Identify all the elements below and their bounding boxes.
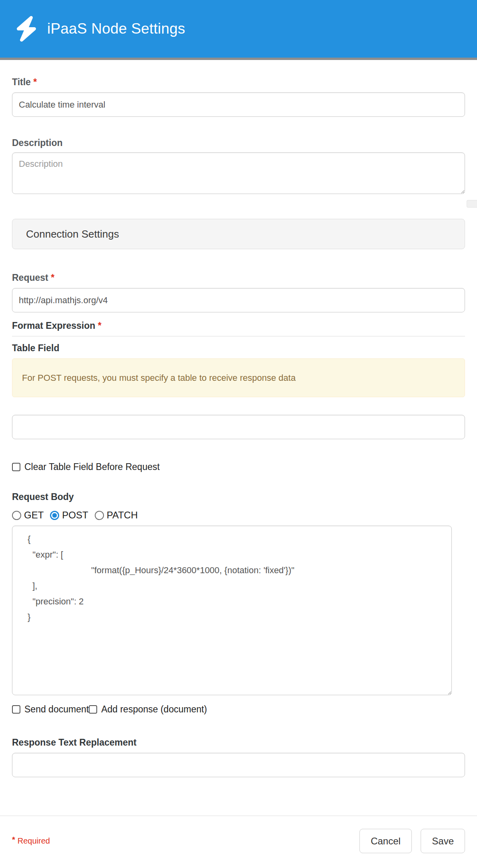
title-label: Title * [12,77,465,88]
description-textarea[interactable] [12,152,465,194]
save-button[interactable]: Save [421,829,465,853]
send-document-label[interactable]: Send document [24,704,89,715]
document-options-row: Send document Add response (document) [12,704,465,715]
request-body-textarea[interactable]: { "expr": [ "format({p_Hours}/24*3600*10… [12,526,452,695]
dialog-header: iPaaS Node Settings [0,0,477,60]
description-label: Description [12,138,465,148]
method-post-label[interactable]: POST [62,510,88,521]
lightning-bolt-icon [15,14,38,44]
required-note: *Required [12,836,50,846]
http-method-radio-group: GET POST PATCH [12,510,465,521]
response-text-replacement-input[interactable] [12,753,465,777]
dialog-title: iPaaS Node Settings [47,20,185,37]
add-response-label[interactable]: Add response (document) [101,704,207,715]
required-asterisk: * [51,272,54,283]
format-expression-divider [12,336,465,336]
method-radio[interactable] [12,511,21,520]
cancel-button[interactable]: Cancel [359,829,412,853]
clear-table-field-label[interactable]: Clear Table Field Before Request [24,462,160,472]
request-label: Request * [12,272,465,283]
request-body-label: Request Body [12,492,465,502]
required-asterisk: * [33,77,37,87]
connection-settings-section-header: Connection Settings [12,219,465,249]
response-text-replacement-label: Response Text Replacement [12,737,465,748]
table-field-alert: For POST requests, you must specify a ta… [12,358,465,397]
footer-actions: Cancel Save [359,829,465,853]
clear-table-field-checkbox[interactable] [12,463,20,471]
method-radio[interactable] [50,511,59,520]
required-asterisk: * [98,320,102,331]
dialog-footer: *Required Cancel Save [0,816,477,853]
clear-table-field-row: Clear Table Field Before Request [12,462,465,472]
method-radio[interactable] [95,511,104,520]
format-expression-label: Format Expression * [12,320,465,331]
add-response-checkbox[interactable] [89,705,97,714]
settings-form: Title * Description Connection Settings … [0,77,477,777]
send-document-checkbox[interactable] [12,705,20,714]
table-field-label: Table Field [12,343,465,354]
method-patch-label[interactable]: PATCH [107,510,138,521]
method-get-label[interactable]: GET [24,510,44,521]
right-edge-artifact [467,200,477,208]
request-url-input[interactable] [12,288,465,312]
table-field-input[interactable] [12,415,465,439]
title-input[interactable] [12,92,465,117]
